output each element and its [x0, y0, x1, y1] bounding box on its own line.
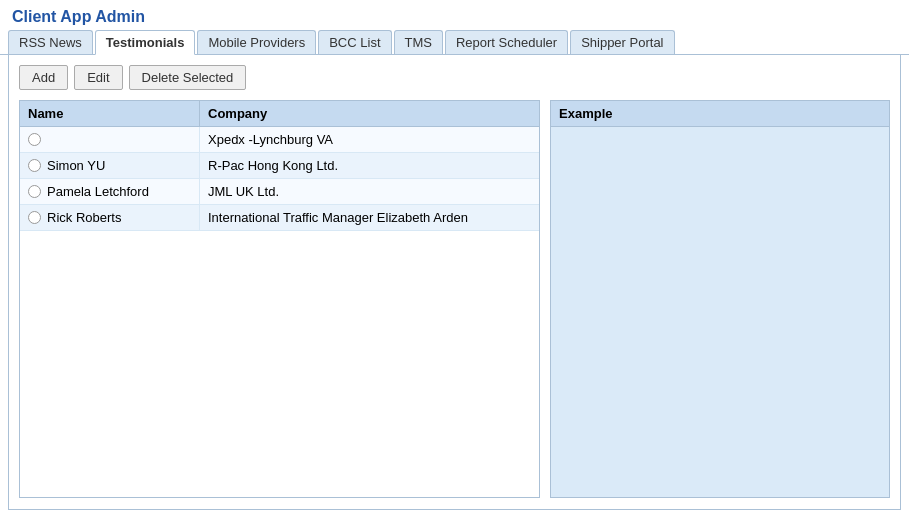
content-area: Name Company Xpedx -Lynchburg VASimon YU… — [19, 100, 890, 498]
radio-button[interactable] — [28, 133, 41, 146]
main-content: Add Edit Delete Selected Name Company Xp… — [8, 55, 901, 510]
cell-name-1: Simon YU — [20, 153, 200, 178]
name-text: Rick Roberts — [47, 210, 121, 225]
example-section: Example — [550, 100, 890, 498]
page-title: Client App Admin — [12, 8, 145, 25]
cell-name-0 — [20, 127, 200, 152]
name-text: Simon YU — [47, 158, 105, 173]
example-body — [551, 127, 889, 497]
col-company-header: Company — [200, 101, 539, 126]
table-row: Pamela LetchfordJML UK Ltd. — [20, 179, 539, 205]
cell-company-2: JML UK Ltd. — [200, 179, 539, 204]
tab-rss-news[interactable]: RSS News — [8, 30, 93, 54]
tab-tms[interactable]: TMS — [394, 30, 443, 54]
tab-mobile-providers[interactable]: Mobile Providers — [197, 30, 316, 54]
tab-bcc-list[interactable]: BCC List — [318, 30, 391, 54]
example-header: Example — [551, 101, 889, 127]
radio-button[interactable] — [28, 159, 41, 172]
table-header-row: Name Company — [20, 101, 539, 127]
name-text: Pamela Letchford — [47, 184, 149, 199]
table-row: Rick RobertsInternational Traffic Manage… — [20, 205, 539, 231]
cell-name-3: Rick Roberts — [20, 205, 200, 230]
tab-shipper-portal[interactable]: Shipper Portal — [570, 30, 674, 54]
table-row: Simon YUR-Pac Hong Kong Ltd. — [20, 153, 539, 179]
toolbar: Add Edit Delete Selected — [19, 65, 890, 90]
radio-button[interactable] — [28, 185, 41, 198]
table-section: Name Company Xpedx -Lynchburg VASimon YU… — [19, 100, 540, 498]
add-button[interactable]: Add — [19, 65, 68, 90]
cell-company-1: R-Pac Hong Kong Ltd. — [200, 153, 539, 178]
tab-testimonials[interactable]: Testimonials — [95, 30, 196, 55]
col-name-header: Name — [20, 101, 200, 126]
cell-name-2: Pamela Letchford — [20, 179, 200, 204]
edit-button[interactable]: Edit — [74, 65, 122, 90]
table-body: Xpedx -Lynchburg VASimon YUR-Pac Hong Ko… — [20, 127, 539, 231]
table-row: Xpedx -Lynchburg VA — [20, 127, 539, 153]
tabs-bar: RSS NewsTestimonialsMobile ProvidersBCC … — [0, 30, 909, 55]
cell-company-3: International Traffic Manager Elizabeth … — [200, 205, 539, 230]
tab-report-scheduler[interactable]: Report Scheduler — [445, 30, 568, 54]
delete-selected-button[interactable]: Delete Selected — [129, 65, 247, 90]
radio-button[interactable] — [28, 211, 41, 224]
page-header: Client App Admin — [0, 0, 909, 30]
cell-company-0: Xpedx -Lynchburg VA — [200, 127, 539, 152]
